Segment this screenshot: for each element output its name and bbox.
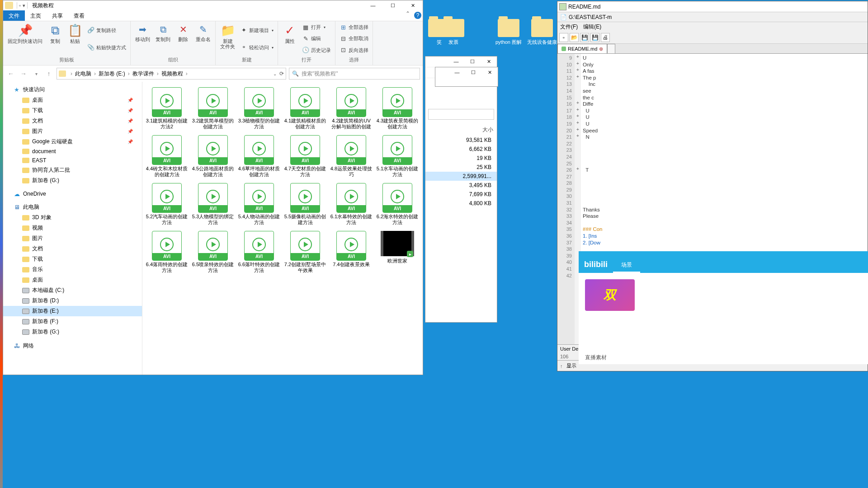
file-item[interactable]: AVI4.5公路地面材质的创建方法 bbox=[190, 134, 236, 178]
close-tab-icon[interactable]: ⊗ bbox=[599, 46, 603, 52]
open-icon[interactable]: 📂 bbox=[570, 33, 579, 42]
copyto-button[interactable]: ⧉复制到 bbox=[154, 22, 172, 56]
properties-button[interactable]: ✓属性 bbox=[281, 22, 299, 56]
bili-tab-scene[interactable]: 场景 bbox=[613, 258, 640, 273]
maximize-button[interactable]: ☐ bbox=[465, 67, 481, 77]
nav-item[interactable]: 下载📌 bbox=[3, 105, 142, 116]
nav-item[interactable]: 新加卷 (G:) bbox=[3, 175, 142, 186]
file-item[interactable]: AVI5.4人物动画的创建方法 bbox=[236, 182, 282, 226]
file-item[interactable]: AVI4.6草坪地面的材质创建方法 bbox=[236, 134, 282, 178]
file-item[interactable]: AVI5.2汽车动画的创建方法 bbox=[144, 182, 189, 226]
newitem-button[interactable]: ✦新建项目▾ bbox=[239, 26, 275, 34]
nav-item[interactable]: 新加卷 (G:) bbox=[3, 327, 142, 337]
file-item[interactable]: AVI6.5喷泉特效的创建方法 bbox=[190, 230, 236, 274]
pasteshortcut-button[interactable]: 📎粘贴快捷方式 bbox=[86, 43, 127, 52]
minimize-button[interactable]: — bbox=[449, 67, 465, 77]
nav-item[interactable]: 桌面 bbox=[3, 275, 142, 285]
newfolder-button[interactable]: 📁新建 文件夹 bbox=[218, 22, 237, 56]
breadcrumb-item[interactable]: 教学课件 bbox=[132, 70, 155, 77]
file-item[interactable]: AVI3.1建筑精模的创建方法2 bbox=[144, 86, 189, 131]
invert-button[interactable]: ⊡反向选择 bbox=[338, 46, 370, 54]
titlebar[interactable]: README.md bbox=[557, 1, 868, 12]
moveto-button[interactable]: ➡移动到 bbox=[133, 22, 152, 56]
nav-item[interactable]: document bbox=[3, 147, 142, 156]
minimize-button[interactable]: — bbox=[448, 56, 464, 66]
file-item[interactable]: AVI4.1建筑精模材质的创建方法 bbox=[283, 86, 328, 131]
file-item[interactable]: AVI6.4落雨特效的创建方法 bbox=[144, 230, 189, 274]
up-button[interactable]: ↑ bbox=[44, 69, 54, 79]
bili-thumbnail[interactable]: 双 bbox=[585, 279, 635, 311]
file-item[interactable]: ▸欧洲世家 bbox=[375, 230, 420, 274]
desktop-icon[interactable]: python 图解 bbox=[493, 19, 524, 46]
file-item[interactable]: AVI4.7天空材质的创建方法 bbox=[283, 134, 328, 178]
saveall-icon[interactable]: 💾 bbox=[590, 33, 599, 42]
menu-item[interactable]: 编辑(E) bbox=[583, 23, 601, 30]
breadcrumb-item[interactable]: 此电脑 bbox=[74, 70, 92, 77]
breadcrumb-item[interactable]: 视频教程 bbox=[160, 70, 184, 77]
ribbon-collapse-icon[interactable]: ⌃ bbox=[403, 10, 413, 21]
file-item[interactable]: AVI4.8远景效果处理技巧 bbox=[329, 134, 374, 178]
dropdown-icon[interactable]: ⌄ bbox=[273, 71, 277, 76]
up-arrow-icon[interactable]: ↑ bbox=[560, 363, 563, 369]
selectall-button[interactable]: ⊞全部选择 bbox=[338, 23, 370, 32]
tab-home[interactable]: 主页 bbox=[25, 10, 47, 21]
file-item[interactable]: AVI4.3建筑夜景简模的创建方法 bbox=[375, 86, 420, 131]
refresh-icon[interactable]: ⟳ bbox=[279, 70, 284, 77]
nav-thispc[interactable]: 🖥此电脑 bbox=[3, 202, 142, 212]
nav-item[interactable]: 协同育人第二批 bbox=[3, 165, 142, 175]
file-item[interactable]: AVI3.2建筑简单模型的创建方法 bbox=[190, 86, 236, 131]
qat-icon[interactable]: ▾ bbox=[23, 3, 25, 9]
search-input[interactable]: 🔍 搜索"视频教程" bbox=[289, 68, 420, 80]
copy-button[interactable]: ⧉复制 bbox=[46, 22, 64, 56]
nav-item[interactable]: 视频 bbox=[3, 223, 142, 233]
qat-icon[interactable]: ▫ bbox=[19, 3, 21, 8]
nav-item[interactable]: EAST bbox=[3, 156, 142, 165]
file-item[interactable]: AVI5.5摄像机动画的创建方法 bbox=[283, 182, 328, 226]
nav-quickaccess[interactable]: ★快速访问 bbox=[3, 84, 142, 95]
detail-row[interactable]: 4,800 KB bbox=[425, 199, 497, 208]
nav-onedrive[interactable]: ☁OneDrive bbox=[3, 189, 142, 198]
nav-item[interactable]: 文档📌 bbox=[3, 116, 142, 126]
history-button[interactable]: 🕓历史记录 bbox=[301, 46, 332, 54]
nav-item[interactable]: 图片 bbox=[3, 233, 142, 244]
nav-item[interactable]: 音乐 bbox=[3, 264, 142, 275]
save-icon[interactable]: 💾 bbox=[580, 33, 589, 42]
recent-button[interactable]: ▾ bbox=[31, 69, 41, 79]
detail-row[interactable]: 2,599,991... bbox=[425, 172, 497, 181]
close-button[interactable]: ✕ bbox=[403, 0, 423, 10]
nav-item[interactable]: 图片📌 bbox=[3, 126, 142, 136]
tab-other[interactable] bbox=[607, 44, 615, 53]
file-grid[interactable]: AVI3.1建筑精模的创建方法2AVI3.2建筑简单模型的创建方法AVI3.3植… bbox=[142, 82, 423, 375]
breadcrumb-item[interactable]: 新加卷 (E:) bbox=[98, 70, 126, 77]
file-item[interactable]: AVI4.4砖文和木纹材质的创建方法 bbox=[144, 134, 189, 178]
titlebar[interactable]: ▫ ▾ 视频教程 — ☐ ✕ bbox=[3, 0, 423, 10]
nav-item[interactable]: 新加卷 (F:) bbox=[3, 316, 142, 327]
file-item[interactable]: AVI6.2海水特效的创建方法 bbox=[375, 182, 420, 226]
maximize-button[interactable]: ☐ bbox=[464, 56, 481, 66]
nav-item[interactable]: 桌面📌 bbox=[3, 95, 142, 105]
breadcrumb[interactable]: › 此电脑›新加卷 (E:)›教学课件›视频教程› ⌄ ⟳ bbox=[57, 68, 286, 80]
file-item[interactable]: AVI7.4创建夜景效果 bbox=[329, 230, 374, 274]
search-input[interactable] bbox=[428, 109, 494, 120]
column-header-size[interactable]: 大小 bbox=[425, 124, 497, 136]
paste-button[interactable]: 📋粘贴 bbox=[66, 22, 84, 56]
print-icon[interactable]: 🖨 bbox=[601, 33, 610, 42]
nav-network[interactable]: 🖧网络 bbox=[3, 341, 142, 351]
menu-item[interactable]: 文件(F) bbox=[560, 23, 578, 30]
tab-share[interactable]: 共享 bbox=[47, 10, 68, 21]
help-icon[interactable]: ? bbox=[414, 12, 421, 19]
file-item[interactable]: AVI4.2建筑简模的UV分解与贴图的创建 bbox=[329, 86, 374, 131]
maximize-button[interactable]: ☐ bbox=[383, 0, 403, 10]
nav-item[interactable]: 下载 bbox=[3, 254, 142, 264]
close-button[interactable]: ✕ bbox=[481, 67, 498, 77]
nav-item[interactable]: 文档 bbox=[3, 244, 142, 254]
detail-row[interactable]: 19 KB bbox=[425, 154, 497, 163]
file-item[interactable]: AVI5.3人物模型的绑定方法 bbox=[190, 182, 236, 226]
back-button[interactable]: ← bbox=[6, 69, 16, 79]
tab-view[interactable]: 查看 bbox=[68, 10, 90, 21]
file-item[interactable]: AVI5.1水车动画的创建方法 bbox=[375, 134, 420, 178]
nav-item[interactable]: Google 云端硬盘📌 bbox=[3, 136, 142, 147]
detail-row[interactable]: 7,699 KB bbox=[425, 190, 497, 199]
edit-button[interactable]: ✎编辑 bbox=[301, 35, 332, 43]
nav-item[interactable]: 3D 对象 bbox=[3, 212, 142, 223]
